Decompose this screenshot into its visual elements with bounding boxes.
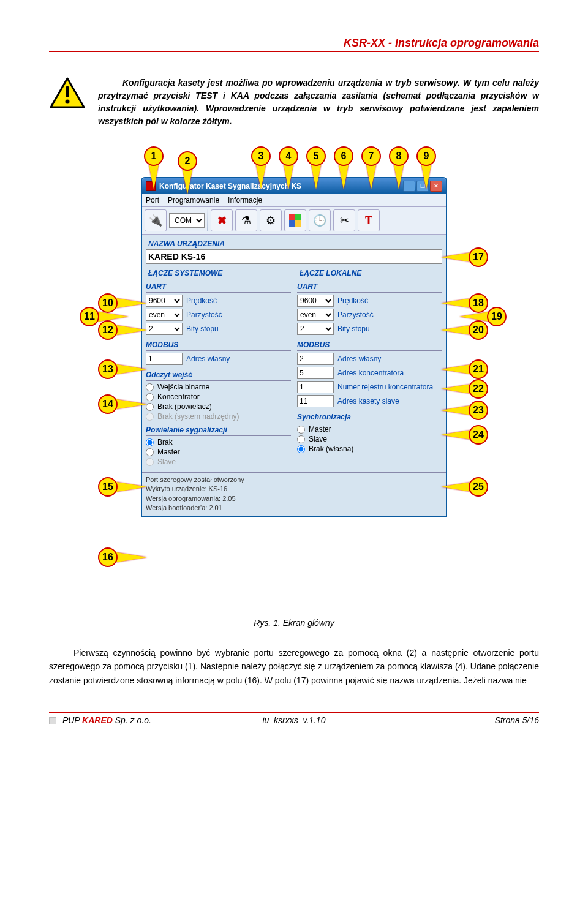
callout-18: 18 [469,293,488,313]
dup-master-radio[interactable] [146,448,154,456]
callout-17: 17 [469,247,488,267]
color-button[interactable] [284,209,306,231]
callout-25: 25 [469,477,488,497]
label-regnum: Numer rejestru koncentratora [337,383,433,391]
dup-brak-radio[interactable] [146,438,154,446]
callout-11: 11 [80,307,99,326]
dup-master-label: Master [157,448,180,456]
callout-7: 7 [361,146,381,166]
status-panel: Port szeregowy został otworzony Wykryto … [142,472,446,516]
callout-13: 13 [98,359,118,379]
callout-5: 5 [306,146,326,166]
svg-rect-1 [66,86,69,97]
slave-addr-input[interactable] [297,395,334,407]
dup-slave-radio [146,458,154,466]
menubar: Port Programowanie Informacje [142,194,446,207]
text-button[interactable]: T [358,209,380,231]
warning-icon [49,77,86,128]
callout-3: 3 [251,146,271,166]
read-brak2-label: Brak (system nadrzędny) [157,412,239,421]
callout-21: 21 [469,359,488,379]
menu-port[interactable]: Port [146,196,159,205]
intro-block: Konfiguracja kasety jest możliwa po wpro… [49,77,539,128]
callout-10: 10 [98,293,118,313]
label-stop-loc: Bity stopu [337,325,370,333]
loc-stop-select[interactable]: 2 [297,323,334,335]
toolbar: 🔌 COM3 ✖ ⚗ ⚙ 🕒 ✂ T [142,207,446,235]
disconnect-button[interactable]: ✖ [211,209,233,231]
status-line-4: Wersja bootloader'a: 2.01 [146,503,442,513]
footer-left-suffix: Sp. z o.o. [113,715,151,725]
label-slaveaddr: Adres kasety slave [337,397,399,405]
label-stop-sys: Bity stopu [186,325,219,333]
dup-slave-label: Slave [157,457,176,466]
label-modbus-sys: MODBUS [146,337,291,351]
callout-19: 19 [487,307,507,326]
label-parity-sys: Parzystość [186,310,222,319]
open-port-button[interactable]: 🔌 [145,209,167,231]
menu-programowanie[interactable]: Programowanie [168,196,219,205]
label-read-inputs: Odczyt wejść [146,367,291,381]
callout-9: 9 [417,146,436,166]
svg-point-2 [66,100,70,104]
status-line-1: Port szeregowy został otworzony [146,475,442,484]
label-speed-sys: Prędkość [186,296,217,305]
minimize-button[interactable]: _ [403,181,415,192]
label-duplication: Powielanie sygnalizacji [146,422,291,436]
label-parity-loc: Parzystość [337,310,374,319]
label-system-link: ŁĄCZE SYSTEMOWE [146,264,291,279]
callout-24: 24 [469,425,488,445]
sync-brak-radio[interactable] [297,445,305,453]
loc-parity-select[interactable]: even [297,309,334,321]
callout-15: 15 [98,477,118,497]
callout-2: 2 [178,151,197,171]
reg-num-input[interactable] [297,381,334,393]
conc-addr-input[interactable] [297,367,334,379]
com-port-select[interactable]: COM3 [169,213,205,228]
callout-14: 14 [98,394,118,414]
callout-4: 4 [279,146,298,166]
callout-8: 8 [389,146,409,166]
read-brak1-label: Brak (powielacz) [157,402,212,411]
connect-button[interactable]: ⚗ [235,209,257,231]
doc-header-title: KSR-XX - Instrukcja oprogramowania [49,37,539,52]
read-brak2-radio [146,413,154,421]
page-footer: PUP KARED Sp. z o.o. iu_ksrxxs_v.1.10 St… [49,712,539,725]
callout-20: 20 [469,320,488,340]
time-button[interactable]: 🕒 [309,209,331,231]
loc-own-addr-input[interactable] [297,353,334,365]
sys-own-addr-input[interactable] [146,353,183,365]
sys-parity-select[interactable]: even [146,309,183,321]
label-uart-loc: UART [297,279,442,293]
sync-master-label: Master [309,425,331,434]
read-conc-label: Koncentrator [157,393,200,401]
label-concaddr: Adres koncentratora [337,369,404,377]
footer-kared: KARED [82,715,113,725]
label-ownaddr-sys: Adres własny [186,355,230,363]
svg-rect-3 [289,214,295,220]
menu-informacje[interactable]: Informacje [228,196,262,205]
loc-speed-select[interactable]: 9600 [297,295,334,307]
label-speed-loc: Prędkość [337,296,368,305]
footer-right: Strona 5/16 [375,715,539,725]
cut-button[interactable]: ✂ [333,209,355,231]
close-button[interactable]: × [430,181,442,192]
callout-23: 23 [469,401,488,420]
label-sync: Synchronizacja [297,409,442,423]
footer-mid: iu_ksrxxs_v.1.10 [213,715,376,725]
svg-rect-4 [295,214,301,220]
svg-rect-5 [289,220,295,227]
body-paragraph: Pierwszą czynnością powinno być wybranie… [49,646,539,687]
app-window: Konfigurator Kaset Sygnalizacyjnych KS _… [141,177,447,517]
label-uart-sys: UART [146,279,291,293]
read-binary-radio[interactable] [146,383,154,391]
sys-stop-select[interactable]: 2 [146,323,183,335]
sys-speed-select[interactable]: 9600 [146,295,183,307]
svg-rect-6 [295,220,301,227]
sync-master-radio[interactable] [297,426,305,434]
sync-slave-radio[interactable] [297,435,305,443]
device-name-input[interactable] [146,249,442,264]
sync-brak-label: Brak (własna) [309,445,353,453]
callout-16: 16 [98,547,118,567]
settings-button[interactable]: ⚙ [260,209,282,231]
